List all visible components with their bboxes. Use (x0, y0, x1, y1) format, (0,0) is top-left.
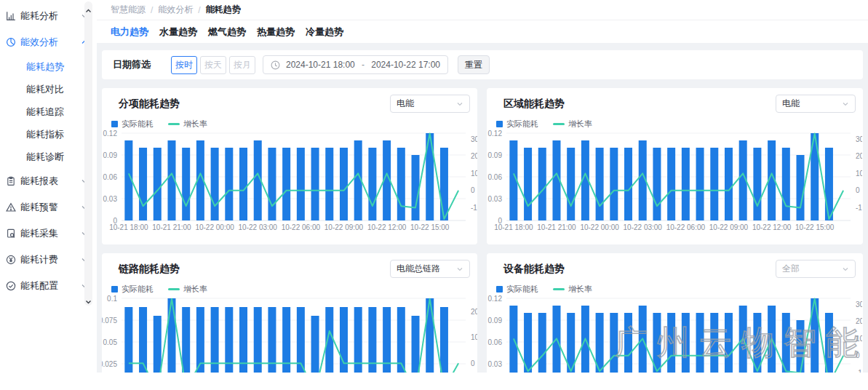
sidebar-item-label: 能耗采集 (20, 227, 81, 240)
svg-text:0: 0 (471, 359, 475, 367)
chart-card-区域能耗趋势: 区域能耗趋势电能实际能耗增长率00.030.060.090.12-1001020… (487, 88, 863, 244)
breadcrumb-item[interactable]: 智慧能源 (111, 4, 146, 16)
svg-text:20: 20 (471, 308, 477, 316)
svg-text:0.12: 0.12 (488, 130, 503, 138)
tab-水量趋势[interactable]: 水量趋势 (159, 25, 197, 39)
sidebar-subitem-能耗趋势[interactable]: 能耗趋势 (0, 55, 97, 78)
svg-text:0.12: 0.12 (488, 295, 503, 303)
svg-text:10: 10 (471, 170, 477, 178)
sidebar-subitem-能耗对比[interactable]: 能耗对比 (0, 78, 97, 100)
sidebar-item-能效分析[interactable]: 能效分析 (0, 29, 97, 55)
chart-card-链路能耗趋势: 链路能耗趋势电能总链路实际能耗增长率00.0250.050.0750.10102… (102, 253, 477, 373)
granularity-按天[interactable]: 按天 (200, 56, 226, 74)
date-range-input[interactable]: 2024-10-21 18:00 - 2024-10-22 17:00 (263, 55, 448, 74)
sidebar-item-能耗分析[interactable]: 能耗分析 (0, 3, 97, 29)
svg-text:10-21 21:00: 10-21 21:00 (537, 223, 576, 231)
growth-line (129, 299, 458, 373)
svg-text:0: 0 (856, 351, 860, 359)
sidebar-item-能耗配置[interactable]: 能耗配置 (0, 273, 97, 299)
sidebar-item-能耗报表[interactable]: 能耗报表 (0, 168, 97, 194)
svg-text:10-22 00:00: 10-22 00:00 (195, 223, 234, 231)
chart-select-value: 电能 (397, 98, 456, 110)
chart-canvas: 00.030.060.090.12-10010203010-21 18:0010… (487, 126, 862, 242)
tab-电力趋势[interactable]: 电力趋势 (111, 25, 148, 39)
scroll-up-icon[interactable] (85, 4, 92, 12)
main-content: 智慧能源/能效分析/能耗趋势 电力趋势水量趋势燃气趋势热量趋势冷量趋势 日期筛选… (97, 0, 868, 373)
bar-chart-icon (6, 11, 17, 22)
chart-select-value: 电能总链路 (397, 263, 456, 275)
sidebar-item-label: 能耗配置 (20, 279, 81, 292)
breadcrumb-separator: / (151, 5, 153, 15)
svg-text:10-22 03:00: 10-22 03:00 (624, 223, 663, 231)
svg-text:30: 30 (856, 135, 862, 143)
scroll-down-icon[interactable] (85, 295, 92, 303)
chart-title: 区域能耗趋势 (503, 98, 565, 111)
svg-text:0.09: 0.09 (488, 151, 503, 159)
sidebar-item-label: 能耗分析 (20, 9, 81, 23)
svg-text:0: 0 (856, 186, 860, 194)
chart-card-设备能耗趋势: 设备能耗趋势全部实际能耗增长率00.030.060.090.12-1001020… (487, 253, 863, 373)
chevron-down-icon (842, 100, 849, 108)
sidebar-scrollbar[interactable] (84, 1, 92, 306)
svg-text:10-22 12:00: 10-22 12:00 (752, 223, 792, 231)
svg-text:0.06: 0.06 (103, 173, 118, 181)
sidebar: 能耗分析能效分析能耗趋势能耗对比能耗追踪能耗指标能耗诊断能耗报表能耗预警能耗采集… (0, 0, 97, 373)
granularity-按月[interactable]: 按月 (229, 56, 255, 74)
svg-text:0.06: 0.06 (488, 173, 503, 181)
billing-icon (6, 255, 17, 266)
range-start-value[interactable]: 2024-10-21 18:00 (286, 60, 355, 70)
svg-text:10-22 06:00: 10-22 06:00 (666, 223, 706, 231)
svg-text:10-22 15:00: 10-22 15:00 (795, 223, 835, 231)
page-body: 日期筛选 按时按天按月 2024-10-21 18:00 - 2024-10-2… (97, 43, 868, 373)
sidebar-item-能耗预警[interactable]: 能耗预警 (0, 194, 97, 220)
tab-热量趋势[interactable]: 热量趋势 (257, 25, 295, 39)
svg-text:10-22 12:00: 10-22 12:00 (367, 223, 407, 231)
report-icon (6, 176, 17, 187)
chart-select[interactable]: 电能 (776, 95, 856, 113)
svg-text:-10: -10 (471, 204, 477, 212)
svg-text:10-22 03:00: 10-22 03:00 (239, 223, 278, 231)
svg-text:10-22 00:00: 10-22 00:00 (580, 223, 619, 231)
growth-line (514, 134, 843, 220)
svg-text:0.03: 0.03 (103, 195, 118, 203)
sidebar-subitem-能耗追踪[interactable]: 能耗追踪 (0, 100, 97, 123)
trend-tabs: 电力趋势水量趋势燃气趋势热量趋势冷量趋势 (97, 20, 868, 43)
bars-series (509, 298, 833, 373)
breadcrumb-separator: / (198, 5, 200, 15)
svg-text:0.03: 0.03 (488, 195, 503, 203)
svg-text:10-22 09:00: 10-22 09:00 (709, 223, 749, 231)
breadcrumb-item[interactable]: 能效分析 (158, 4, 193, 16)
sidebar-item-能耗采集[interactable]: 能耗采集 (0, 220, 97, 247)
svg-text:20: 20 (856, 152, 862, 160)
reset-button[interactable]: 重置 (458, 55, 490, 74)
svg-text:10-21 18:00: 10-21 18:00 (494, 223, 533, 231)
svg-text:30: 30 (856, 301, 862, 309)
config-icon (6, 281, 17, 292)
sidebar-item-能耗计费[interactable]: 能耗计费 (0, 247, 97, 273)
tab-冷量趋势[interactable]: 冷量趋势 (306, 25, 343, 39)
sidebar-subitem-能耗诊断[interactable]: 能耗诊断 (0, 146, 97, 168)
sidebar-item-label: 能效分析 (20, 36, 81, 49)
svg-text:20: 20 (471, 152, 477, 160)
svg-text:10-22 15:00: 10-22 15:00 (410, 223, 450, 231)
chart-select[interactable]: 电能 (390, 95, 470, 113)
svg-text:0.075: 0.075 (102, 317, 117, 325)
breadcrumb: 智慧能源/能效分析/能耗趋势 (97, 0, 868, 20)
chevron-down-icon (842, 266, 849, 273)
chart-canvas: 00.030.060.090.12-10010203010-21 18:0010… (487, 291, 862, 373)
tab-燃气趋势[interactable]: 燃气趋势 (208, 25, 246, 39)
date-filter-label: 日期筛选 (113, 58, 151, 71)
svg-text:0.025: 0.025 (102, 360, 117, 368)
chart-select[interactable]: 全部 (776, 260, 856, 278)
svg-text:10-22 09:00: 10-22 09:00 (324, 223, 364, 231)
granularity-按时[interactable]: 按时 (171, 56, 197, 74)
granularity-group: 按时按天按月 (171, 56, 255, 74)
svg-text:10: 10 (471, 333, 477, 341)
svg-text:0.12: 0.12 (103, 130, 118, 138)
pie-chart-icon (6, 37, 17, 48)
sidebar-item-label: 能耗预警 (20, 201, 81, 214)
sidebar-subitem-能耗指标[interactable]: 能耗指标 (0, 123, 97, 146)
range-end-value[interactable]: 2024-10-22 17:00 (371, 60, 440, 70)
sidebar-item-label: 能耗报表 (20, 175, 81, 188)
chart-select[interactable]: 电能总链路 (390, 260, 470, 278)
